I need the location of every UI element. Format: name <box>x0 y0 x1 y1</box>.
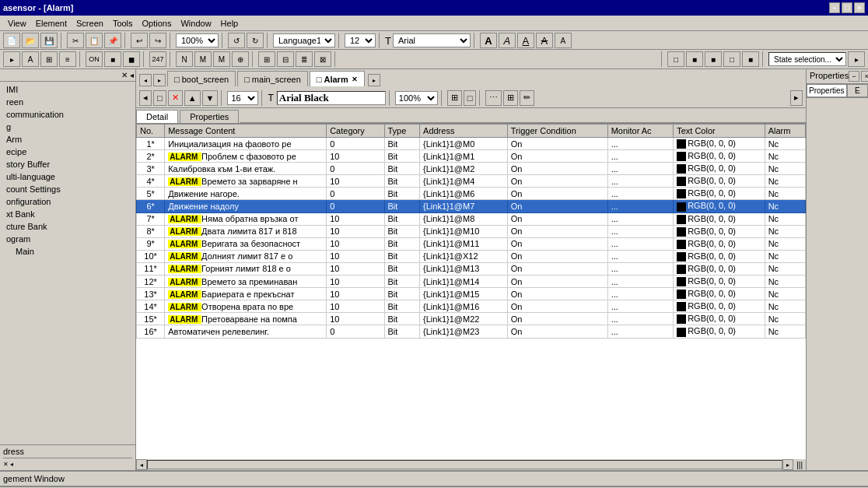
tb2-btn5[interactable]: N <box>176 51 193 67</box>
right-panel-tab-e[interactable]: E <box>847 84 868 97</box>
tb2-btn8[interactable]: ⊕ <box>232 51 249 67</box>
table-row[interactable]: 11*ALARM Горният лимит 818 е о10Bit{Link… <box>137 262 806 275</box>
cut-button[interactable]: ✂ <box>67 33 84 48</box>
sidebar-item-arm[interactable]: Arm <box>0 133 135 146</box>
horizontal-scrollbar[interactable]: ◂ ▸ ||| <box>136 459 806 470</box>
menu-tools[interactable]: Tools <box>108 17 138 30</box>
sidebar-item-imi[interactable]: IMI <box>0 83 135 96</box>
sidebar-item-main[interactable]: Main <box>0 245 135 258</box>
tb2-btn15[interactable]: ■ <box>705 51 722 67</box>
fmt-nav-right[interactable]: ▸ <box>790 90 803 106</box>
tb2-btn10[interactable]: ⊟ <box>277 51 294 67</box>
table-row[interactable]: 8*ALARM Двата лимита 817 и 81810Bit{Link… <box>137 225 806 237</box>
sidebar-item-configuration[interactable]: onfiguration <box>0 195 135 208</box>
fmt-btn9[interactable]: ✏ <box>520 90 534 106</box>
tb2-btn1[interactable]: ON <box>86 51 103 67</box>
format-delete[interactable]: ✕ <box>168 90 183 106</box>
sidebar-item-g[interactable]: g <box>0 121 135 133</box>
tb2-btn12[interactable]: ⊠ <box>314 51 331 67</box>
fmt-btn7[interactable]: ⋯ <box>485 90 502 106</box>
sidebar-item-program[interactable]: ogram <box>0 233 135 245</box>
state-select[interactable]: State selection... <box>768 52 846 66</box>
tb2-btn3[interactable]: ◼ <box>123 51 140 67</box>
right-panel-minimize[interactable]: − <box>849 71 859 82</box>
paste-button[interactable]: 📌 <box>104 33 121 48</box>
refresh-button[interactable]: ↺ <box>228 33 245 48</box>
tab-main-screen[interactable]: □ main_screen <box>237 71 308 86</box>
table-row[interactable]: 10*ALARM Долният лимит 817 е о10Bit{Link… <box>137 250 806 262</box>
tab-nav-expand[interactable]: ▸ <box>368 74 380 86</box>
tb2-more[interactable]: ▸ <box>848 51 865 67</box>
sidebar-item-text-bank[interactable]: xt Bank <box>0 208 135 220</box>
tb2-btn6[interactable]: M <box>194 51 212 67</box>
grid-button[interactable]: ⊞ <box>40 51 58 67</box>
save-button[interactable]: 💾 <box>40 33 58 48</box>
tab-alarm[interactable]: □ Alarm ✕ <box>310 71 365 86</box>
table-row[interactable]: 16*Автоматичен релевелинг.0Bit{Link1}1@M… <box>137 325 806 338</box>
copy-button[interactable]: 📋 <box>86 33 103 48</box>
language-select[interactable]: Language1 <box>273 33 335 47</box>
format-up[interactable]: ▲ <box>184 90 201 106</box>
table-row[interactable]: 14*ALARM Отворена врата по вре10Bit{Link… <box>137 300 806 313</box>
menu-element[interactable]: Element <box>31 17 72 30</box>
italic-a-button[interactable]: A <box>499 33 516 48</box>
table-row[interactable]: 5*Движение нагоре.0Bit{Link1}1@M6On...RG… <box>137 188 806 200</box>
sub-tab-properties[interactable]: Properties <box>180 110 239 123</box>
zoom2-select[interactable]: 100% <box>395 91 438 105</box>
fmt-btn6[interactable]: □ <box>464 90 477 106</box>
table-row[interactable]: 2*ALARM Проблем с фазовото ре10Bit{Link1… <box>137 150 806 163</box>
zoom-select[interactable]: 100% <box>176 33 219 47</box>
sidebar-item-count-settings[interactable]: count Settings <box>0 183 135 195</box>
menu-screen[interactable]: Screen <box>72 17 108 30</box>
sidebar-close-btn[interactable]: ✕ ◂ <box>121 71 134 79</box>
right-panel-tab-properties[interactable]: Properties <box>807 84 847 97</box>
tb2-btn17[interactable]: ■ <box>742 51 759 67</box>
sidebar-item-picture-bank[interactable]: cture Bank <box>0 220 135 233</box>
tb2-btn4[interactable]: 247 <box>149 51 166 67</box>
tb2-btn14[interactable]: ■ <box>686 51 703 67</box>
tab-nav-right[interactable]: ▸ <box>153 74 166 86</box>
table-row[interactable]: 3*Калибровка към 1-ви етаж.0Bit{Link1}1@… <box>137 163 806 175</box>
fmt-btn5[interactable]: ⊞ <box>447 90 462 106</box>
sidebar-item-ecipe[interactable]: ecipe <box>0 146 135 158</box>
tb2-btn2[interactable]: ■ <box>104 51 121 67</box>
tab-boot-screen[interactable]: □ boot_screen <box>167 71 236 86</box>
tab-alarm-close[interactable]: ✕ <box>352 75 358 83</box>
table-row[interactable]: 1*Инициализация на фаовото ре0Bit{Link1}… <box>137 138 806 150</box>
align-left-button[interactable]: ≡ <box>59 51 76 67</box>
fmt-btn8[interactable]: ⊞ <box>503 90 518 106</box>
table-row[interactable]: 9*ALARM Веригата за безопасност10Bit{Lin… <box>137 237 806 250</box>
select-button[interactable]: ▸ <box>3 51 20 67</box>
format-btn2[interactable]: □ <box>153 90 166 106</box>
right-panel-close[interactable]: × <box>861 71 868 82</box>
row-size-select[interactable]: 16 <box>227 91 258 105</box>
scroll-left-btn[interactable]: ◂ <box>136 459 147 470</box>
sub-tab-detail[interactable]: Detail <box>136 110 178 123</box>
format-btn1[interactable]: ◂ <box>139 90 152 106</box>
table-row[interactable]: 13*ALARM Бариерата е прекъснат10Bit{Link… <box>137 288 806 300</box>
tb2-btn16[interactable]: □ <box>723 51 740 67</box>
redo-button[interactable]: ↪ <box>149 33 166 48</box>
format-down[interactable]: ▼ <box>202 90 219 106</box>
tb2-btn11[interactable]: ≣ <box>296 51 313 67</box>
table-row[interactable]: 15*ALARM Претоварване на помпа10Bit{Link… <box>137 313 806 325</box>
tb2-btn7[interactable]: M <box>213 51 230 67</box>
menu-view[interactable]: View <box>3 17 31 30</box>
minimize-button[interactable]: − <box>829 2 840 13</box>
font-size-select[interactable]: 12 <box>345 33 376 47</box>
table-row[interactable]: 7*ALARM Няма обратна връзка от10Bit{Link… <box>137 212 806 225</box>
new-button[interactable]: 📄 <box>3 33 20 48</box>
table-row[interactable]: 12*ALARM Времето за преминаван10Bit{Link… <box>137 276 806 288</box>
scroll-right-btn[interactable]: ▸ <box>782 459 793 470</box>
tb2-btn13[interactable]: □ <box>667 51 684 67</box>
sidebar-item-history-buffer[interactable]: story Buffer <box>0 158 135 170</box>
tab-nav-left[interactable]: ◂ <box>139 74 152 86</box>
sidebar-item-reen[interactable]: reen <box>0 96 135 108</box>
undo-button[interactable]: ↩ <box>131 33 148 48</box>
table-row[interactable]: 4*ALARM Времето за зарваряне н10Bit{Link… <box>137 175 806 188</box>
text-button[interactable]: A <box>22 51 39 67</box>
font-name-input[interactable] <box>277 91 386 105</box>
tb2-btn9[interactable]: ⊞ <box>258 51 275 67</box>
underline-a-button[interactable]: A <box>517 33 534 48</box>
font-name-select[interactable]: Arial <box>393 33 471 47</box>
